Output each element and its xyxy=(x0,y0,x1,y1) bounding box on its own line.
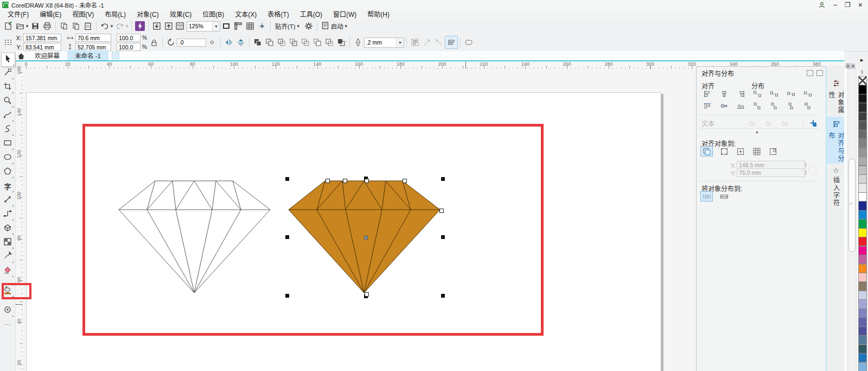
color-swatch[interactable] xyxy=(858,326,867,336)
export-button[interactable] xyxy=(163,20,175,32)
chevron-down-icon[interactable]: ▼ xyxy=(125,24,129,29)
new-tab-button[interactable] xyxy=(112,52,119,59)
color-swatch[interactable] xyxy=(858,344,867,354)
round-corners-button[interactable] xyxy=(463,36,475,48)
color-swatch[interactable] xyxy=(858,210,867,219)
color-swatch[interactable] xyxy=(858,291,867,300)
intersect-button[interactable] xyxy=(288,36,299,48)
menu-item[interactable]: 对象(C) xyxy=(131,9,164,19)
mirror-vertical-button[interactable] xyxy=(235,36,247,48)
outline-width-field[interactable] xyxy=(365,39,396,46)
rotation-angle-field[interactable] xyxy=(177,39,206,47)
redo-button[interactable] xyxy=(114,20,126,32)
color-swatch[interactable] xyxy=(858,281,867,291)
node-marker[interactable] xyxy=(326,179,330,183)
distribute-center-v-button[interactable] xyxy=(768,100,780,111)
chevron-down-icon[interactable]: ▼ xyxy=(396,38,404,47)
wireframe-diamond-object[interactable] xyxy=(118,180,271,293)
color-swatch[interactable] xyxy=(858,121,867,130)
color-swatch[interactable] xyxy=(858,264,867,273)
color-swatch[interactable] xyxy=(858,112,867,121)
color-swatch[interactable] xyxy=(858,139,867,148)
fullscreen-preview-button[interactable] xyxy=(220,20,232,32)
text-baseline-last-button[interactable]: Aa xyxy=(763,117,775,128)
copy-button[interactable] xyxy=(70,20,82,32)
show-rulers-button[interactable] xyxy=(232,20,244,32)
text-bounding-box-button[interactable]: Aa xyxy=(779,117,792,128)
color-swatch[interactable] xyxy=(858,148,867,157)
start-on-click-button[interactable] xyxy=(421,36,433,48)
docker-tab-object-properties[interactable]: 对象属性 xyxy=(827,76,845,117)
menu-item[interactable]: 编辑(E) xyxy=(34,9,67,19)
align-to-page-center-button[interactable] xyxy=(734,146,746,156)
palette-flyout-icon[interactable]: ✎ xyxy=(859,69,865,76)
add-guideline-button[interactable] xyxy=(807,118,819,128)
ellipse-tool[interactable] xyxy=(1,152,14,165)
undo-button[interactable] xyxy=(99,20,111,32)
distribute-top-button[interactable] xyxy=(751,100,763,111)
dynamic-guides-button[interactable] xyxy=(256,20,268,32)
dimension-tool[interactable] xyxy=(1,194,14,207)
snap-to-menu[interactable]: 贴齐(T)▼ xyxy=(273,22,303,30)
color-swatch[interactable] xyxy=(858,201,867,210)
weld-button[interactable] xyxy=(264,36,276,48)
publish-pdf-button[interactable]: PDF xyxy=(175,20,187,32)
align-to-grid-button[interactable] xyxy=(750,146,763,156)
zoom-level-combo[interactable]: ▼ xyxy=(187,21,220,32)
color-eyedropper-tool[interactable] xyxy=(1,250,14,263)
node-marker[interactable] xyxy=(343,179,347,183)
selection-handle[interactable] xyxy=(441,177,445,181)
lock-ratio-button[interactable] xyxy=(148,36,160,48)
menu-item[interactable]: 表格(T) xyxy=(262,9,294,19)
color-swatch[interactable] xyxy=(858,335,867,344)
object-width-field[interactable] xyxy=(75,34,111,42)
connector-tool[interactable] xyxy=(1,208,14,221)
vertical-scrollbar[interactable]: ≡ xyxy=(847,69,857,371)
distribute-spacing-h-button[interactable] xyxy=(784,89,797,99)
end-on-click-button[interactable] xyxy=(433,36,445,48)
align-top-button[interactable] xyxy=(701,100,713,111)
color-swatch[interactable] xyxy=(858,237,867,246)
color-swatch[interactable] xyxy=(858,103,867,112)
color-swatch[interactable] xyxy=(858,94,867,103)
menu-item[interactable]: 帮助(H) xyxy=(362,9,395,19)
chevron-down-icon[interactable]: ▼ xyxy=(110,24,114,29)
minimize-button[interactable]: – xyxy=(833,2,837,8)
menu-item[interactable]: 位图(B) xyxy=(197,9,229,19)
chevron-down-icon[interactable]: ▼ xyxy=(212,22,220,31)
outline-width-combo[interactable]: ▼ xyxy=(364,37,404,48)
align-to-page-edge-button[interactable] xyxy=(718,146,730,156)
distribute-left-button[interactable] xyxy=(751,89,763,99)
save-button[interactable] xyxy=(29,20,41,32)
pattern-fill-tool[interactable] xyxy=(1,236,14,249)
outline-pen-tool[interactable] xyxy=(1,304,14,317)
selection-handle[interactable] xyxy=(441,294,445,298)
color-swatch[interactable] xyxy=(858,255,867,264)
color-swatch[interactable] xyxy=(858,299,867,309)
menu-item[interactable]: 工具(O) xyxy=(295,9,328,19)
tab-untitled-document[interactable]: 未命名 -1 xyxy=(67,50,108,60)
x-position-field[interactable] xyxy=(23,34,61,42)
selection-handle[interactable] xyxy=(285,294,289,298)
home-icon[interactable] xyxy=(15,52,27,60)
color-swatch[interactable] xyxy=(858,362,867,371)
color-swatch[interactable] xyxy=(858,192,867,202)
collapse-arrow-icon[interactable]: ▲ xyxy=(755,130,759,134)
color-swatch[interactable] xyxy=(858,166,867,175)
docker-close-button[interactable] xyxy=(816,70,823,76)
color-swatch[interactable] xyxy=(858,130,867,139)
chevron-down-icon[interactable]: ▼ xyxy=(25,24,29,29)
crop-tool[interactable] xyxy=(1,81,14,94)
distribute-right-button[interactable] xyxy=(801,89,814,99)
new-document-button[interactable] xyxy=(2,20,14,32)
mirror-horizontal-button[interactable] xyxy=(223,36,235,48)
launch-menu[interactable]: 启动▼ xyxy=(320,21,350,31)
close-button[interactable]: × xyxy=(858,2,863,8)
options-button[interactable] xyxy=(303,20,315,32)
node-marker[interactable] xyxy=(365,292,369,297)
scale-x-field[interactable] xyxy=(117,34,141,42)
menu-item[interactable]: 文本(X) xyxy=(229,9,262,19)
node-marker[interactable] xyxy=(439,209,444,213)
color-swatch[interactable] xyxy=(858,273,867,282)
trim-button[interactable] xyxy=(276,36,288,48)
